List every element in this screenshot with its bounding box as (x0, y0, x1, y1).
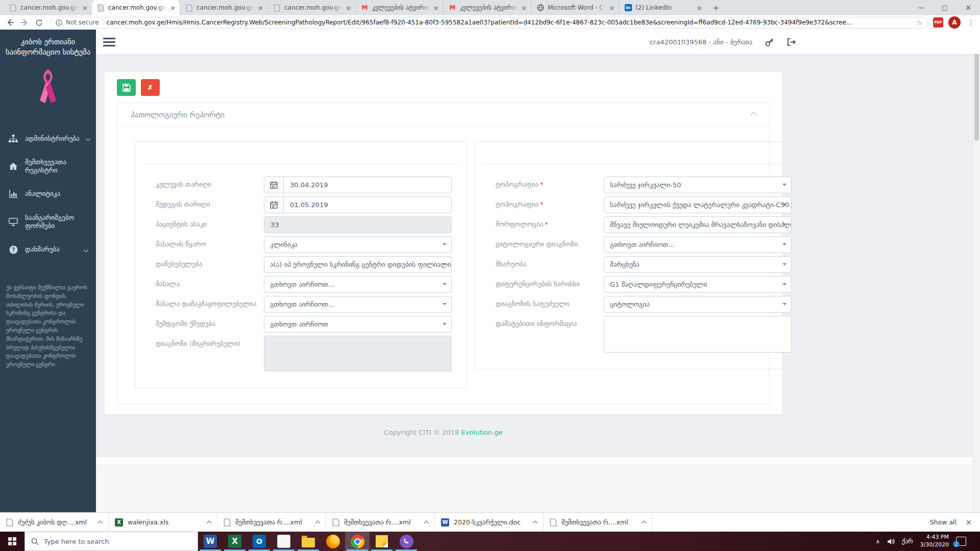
logout-icon[interactable] (787, 37, 796, 47)
browser-tab-gmail[interactable]: M კვლევების ატვირთვის ა × (355, 0, 443, 15)
taskbar-notepad-icon[interactable] (272, 532, 296, 551)
sidebar-item-administration[interactable]: ადმინისტრირება (0, 127, 96, 151)
calendar-icon[interactable] (264, 177, 284, 193)
chevron-down-icon (84, 247, 89, 253)
additional-info-textarea[interactable] (604, 316, 792, 353)
close-window-button[interactable]: × (957, 0, 980, 15)
sidebar-item-help[interactable]: ? დახმარება (0, 238, 96, 262)
close-tab-icon[interactable]: × (258, 5, 263, 11)
taskbar-sticky-notes-icon[interactable] (370, 532, 394, 551)
new-tab-button[interactable]: + (709, 1, 723, 14)
maximize-button[interactable]: □ (933, 0, 957, 15)
close-tab-icon[interactable]: × (697, 5, 702, 11)
chevron-up-icon[interactable] (98, 520, 103, 525)
volume-icon[interactable] (887, 538, 895, 545)
clock[interactable]: 4:43 PM 3/30/2020 (920, 534, 949, 549)
cytology-diagnosis-select[interactable]: გთხოვთ აირჩიოთ... (604, 236, 792, 253)
close-tab-icon[interactable]: × (521, 5, 527, 11)
laterality-select[interactable]: მარცხენა (604, 256, 792, 273)
address-bar[interactable]: Not secure cancer.moh.gov.ge/Hmis/Hmis.C… (50, 17, 928, 29)
close-tab-icon[interactable]: × (346, 5, 351, 11)
bookmark-star-icon[interactable]: ☆ (916, 19, 922, 27)
material-satisfactory-select[interactable]: გთხოვთ აირჩიოთ... (264, 296, 452, 313)
result-date-input[interactable]: 01.05.2019 (264, 196, 452, 213)
chevron-up-icon[interactable] (315, 520, 321, 525)
institution-select[interactable]: ა(ა) იპ ეროვნული სკრინინგ ცენტრი დიდუბის… (264, 256, 452, 273)
topography-select[interactable]: სარძევე ჯირკვალი-50 (604, 177, 792, 193)
divider (103, 19, 103, 26)
taskbar-viber-icon[interactable] (394, 532, 419, 551)
differentiation-grade-select[interactable]: G1 მაღალდიფერენცირებული (604, 276, 792, 293)
cancel-button[interactable]: ✗ (141, 79, 160, 96)
browser-tab[interactable]: cancer.moh.gov.ge/Hmis/H × (180, 0, 267, 15)
diagnosis-basis-select[interactable]: ციტოლოგია (604, 296, 792, 313)
chevron-up-icon[interactable] (207, 520, 212, 525)
forward-button[interactable] (18, 16, 31, 29)
download-item[interactable]: შემთხვევათა რ....xml (544, 513, 652, 532)
calendar-icon[interactable] (264, 197, 284, 213)
tray-expand-icon[interactable]: ∧ (876, 538, 880, 545)
keyboard-language-indicator[interactable]: ქარ (902, 538, 913, 545)
browser-tab-word-online[interactable]: Microsoft Word - COVID-19 × (531, 0, 619, 15)
browser-menu-icon[interactable]: ⋮ (966, 18, 976, 27)
taskbar-chrome-icon[interactable] (345, 532, 370, 551)
taskbar-word-icon[interactable]: W (198, 532, 223, 551)
close-tab-icon[interactable]: × (433, 5, 439, 11)
action-center-icon[interactable]: 2 (956, 537, 966, 546)
page-viewport: კიბოს ერთიანი საინფორმაციო სისტემა ადმინ… (0, 30, 980, 512)
download-item[interactable]: შემთხვევათა რ....xml (326, 513, 435, 532)
taskbar-firefox-icon[interactable] (321, 532, 345, 551)
word-file-icon: W (441, 518, 449, 527)
download-item[interactable]: W 2020-სკვარჭელი.doc (435, 513, 544, 532)
close-downloads-bar-icon[interactable]: × (965, 513, 972, 532)
close-tab-icon[interactable]: × (609, 5, 615, 11)
sidebar-item-analytics[interactable]: ანალიტიკა (0, 182, 96, 206)
browser-tab-linkedin[interactable]: in (2) LinkedIn × (619, 0, 706, 15)
taskbar-file-explorer-icon[interactable] (296, 532, 321, 551)
hamburger-menu-icon[interactable] (103, 36, 115, 48)
form-row: ტოპოგრაფია* სარძევე ჯირკვალი-50 (496, 177, 792, 193)
download-item[interactable]: შემთხვევათა რ....xml (217, 513, 326, 532)
taskbar-excel-icon[interactable]: X (223, 532, 247, 551)
chevron-up-icon[interactable] (424, 520, 429, 525)
morphology-select[interactable]: მწვავე მიელოიდური ლეიკემია მრავალხაზოვან… (604, 216, 792, 233)
globe-icon (536, 4, 544, 12)
tab-title: cancer.moh.gov.ge/Hmis/H (20, 4, 79, 11)
browser-tab[interactable]: cancer.moh.gov.ge/Hmis/H × (267, 0, 355, 15)
next-action-select[interactable]: გთხოვთ აირჩიოთ (264, 316, 452, 333)
taskbar-outlook-icon[interactable]: O (247, 532, 272, 551)
app-title: კიბოს ერთიანი საინფორმაციო სისტემა (0, 37, 96, 58)
scrollbar[interactable] (973, 30, 980, 512)
browser-tab[interactable]: cancer.moh.gov.ge/Hmis/H × (4, 0, 92, 15)
form-row: შემდგომი ქმედება გთხოვთ აირჩიოთ (156, 316, 452, 333)
sidebar-item-case-registry[interactable]: შემთხვევათა რეგისტრი (0, 151, 96, 183)
material-select[interactable]: გთხოვთ აირჩიოთ... (264, 276, 452, 293)
browser-tab-gmail[interactable]: M კვლევების ატვირთვის ა × (443, 0, 531, 15)
material-source-select[interactable]: კლინიკა (264, 236, 452, 253)
chevron-up-icon[interactable] (642, 520, 647, 525)
taskbar-search-box[interactable]: Type here to search (24, 532, 198, 551)
close-tab-icon[interactable]: × (82, 5, 88, 11)
chevron-up-icon[interactable] (533, 520, 538, 525)
study-date-input[interactable]: 30.04.2019 (264, 177, 452, 193)
save-button[interactable] (117, 79, 136, 96)
profile-avatar[interactable]: A (948, 16, 961, 29)
start-button[interactable] (0, 532, 24, 551)
close-tab-icon[interactable]: × (170, 5, 176, 11)
minimize-button[interactable]: — (910, 0, 933, 15)
form-row: ციტოლოგიური დიაგნოზი გთხოვთ აირჩიოთ... (496, 236, 792, 253)
show-all-downloads-button[interactable]: Show all (930, 513, 957, 532)
download-item[interactable]: ძუძუს კიბოს დღ....xml (0, 513, 109, 532)
back-button[interactable] (4, 16, 16, 29)
download-item[interactable]: X walenjixa.xls (109, 513, 217, 532)
pdf-extension-icon[interactable]: PDF (933, 17, 943, 28)
tab-title: კვლევების ატვირთვის ა (460, 4, 518, 11)
topography-detail-select[interactable]: სარძევე ჯირკვლის ქვედა ლატერალური კვადრა… (604, 196, 792, 213)
key-icon[interactable] (765, 37, 774, 47)
tab-title: Microsoft Word - COVID-19 (548, 4, 605, 11)
collapse-chevron-icon[interactable] (750, 112, 757, 118)
evolution-link[interactable]: Evolution.ge (461, 429, 502, 436)
reload-button[interactable] (33, 16, 45, 29)
browser-tab-active[interactable]: cancer.moh.gov.ge/Hmis/H × (92, 0, 180, 15)
sidebar-item-report-forms[interactable]: საანგარიშგებო ფორმები (0, 206, 96, 238)
